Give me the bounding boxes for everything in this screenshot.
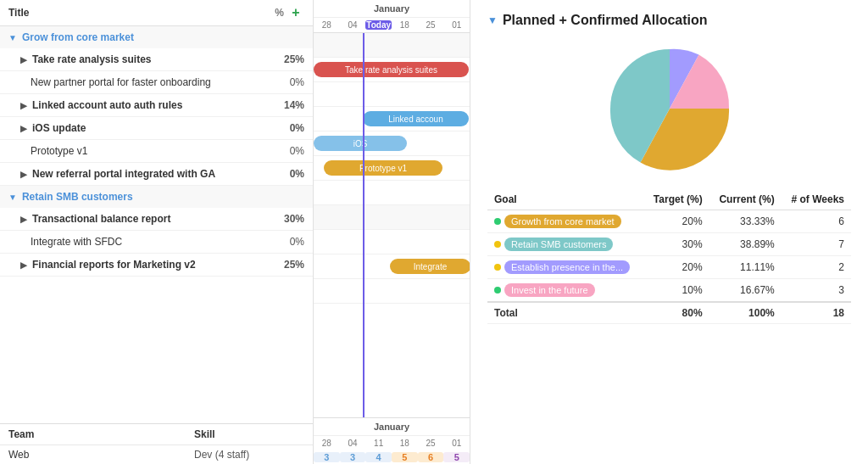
alloc-current: 11.11%: [709, 256, 782, 279]
task-name: Linked account auto auth rules: [32, 99, 270, 111]
goal-badge: Retain SMB customers: [504, 238, 613, 251]
alloc-total-row: Total 80% 100% 18: [487, 302, 851, 324]
collapse-icon[interactable]: ▼: [487, 14, 498, 26]
alloc-row: Invest in the future 10% 16.67% 3: [487, 279, 851, 303]
goal-badge: Invest in the future: [504, 283, 595, 297]
gantt-footer-nums: 3 3 4 5 6 5: [314, 450, 470, 464]
task-expand-arrow: ▶: [20, 260, 27, 270]
task-row[interactable]: ▶ New referral portal integrated with GA…: [0, 163, 313, 186]
task-name: iOS update: [32, 122, 270, 134]
alloc-row: Growth from core market 20% 33.33% 6: [487, 210, 851, 233]
goal-badge: Establish presence in the...: [504, 260, 630, 274]
right-panel: ▼ Planned + Confirmed Allocation Goal Ta…: [470, 0, 868, 464]
table-header: Title % +: [0, 0, 313, 26]
goal-dot: [494, 241, 501, 248]
task-row[interactable]: ▶ Transactional balance report 30%: [0, 208, 313, 231]
col-current: Current (%): [709, 189, 782, 210]
task-pct: 14%: [270, 99, 304, 111]
alloc-goal: Growth from core market: [487, 210, 643, 233]
goal-badge: Growth from core market: [504, 215, 621, 228]
task-row[interactable]: ▶ Financial reports for Marketing v2 25%: [0, 254, 313, 277]
pie-segment-teal2: [610, 49, 670, 109]
gantt-num: 3: [314, 452, 340, 462]
panel-title-text: Planned + Confirmed Allocation: [503, 13, 708, 28]
task-row[interactable]: New partner portal for faster onboarding…: [0, 71, 313, 94]
gantt-date: 28: [314, 20, 340, 30]
gantt-bar: Integrate: [390, 259, 470, 274]
group-grow-from-core[interactable]: ▼ Grow from core market: [0, 26, 313, 48]
task-row[interactable]: Integrate with SFDC 0%: [0, 231, 313, 254]
alloc-current: 38.89%: [709, 233, 782, 256]
gantt-bar: Linked accoun: [363, 111, 469, 126]
task-row[interactable]: ▶ iOS update 0%: [0, 117, 313, 140]
alloc-weeks: 6: [782, 210, 851, 233]
alloc-weeks: 2: [782, 256, 851, 279]
add-button[interactable]: +: [287, 5, 304, 20]
gantt-num: 6: [418, 452, 444, 462]
task-name: Prototype v1: [31, 145, 270, 157]
alloc-row: Establish presence in the... 20% 11.11% …: [487, 256, 851, 279]
task-row[interactable]: ▶ Take rate analysis suites 25%: [0, 48, 313, 71]
gantt-footer: January 28 04 11 18 25 01 3 3 4 5 6 5: [314, 417, 470, 464]
gantt-date: 04: [340, 20, 366, 30]
goal-dot: [494, 287, 501, 293]
gantt-num: 3: [340, 452, 366, 462]
left-panel: Title % + ▼ Grow from core market ▶ Take…: [0, 0, 314, 464]
task-name: Financial reports for Marketing v2: [32, 259, 270, 271]
gantt-empty-row: [314, 181, 470, 205]
gantt-empty-row: [314, 82, 470, 107]
task-list: ▼ Grow from core market ▶ Take rate anal…: [0, 26, 313, 423]
alloc-goal: Retain SMB customers: [487, 233, 643, 256]
gantt-num: 5: [443, 452, 470, 462]
skill-col-header: Skill: [194, 428, 304, 440]
task-name: Integrate with SFDC: [31, 236, 270, 248]
gantt-group-row: [314, 205, 470, 230]
gantt-footer-date: 18: [392, 439, 418, 448]
team-footer-header: Team Skill: [0, 424, 313, 445]
alloc-target: 20%: [643, 210, 709, 233]
total-label: Total: [487, 302, 643, 324]
task-expand-arrow: ▶: [20, 170, 27, 179]
task-expand-arrow: ▶: [20, 55, 27, 64]
gantt-bar-row: Linked accoun: [314, 107, 470, 131]
allocation-table: Goal Target (%) Current (%) # of Weeks G…: [487, 189, 851, 324]
pct-column-header: %: [250, 7, 284, 19]
gantt-date: 18: [392, 20, 418, 30]
alloc-current: 16.67%: [709, 279, 782, 303]
gantt-footer-date: 28: [314, 439, 340, 448]
task-name: Take rate analysis suites: [32, 53, 270, 65]
task-pct: 0%: [270, 76, 304, 88]
gantt-bar-row: Take rate analysis suites: [314, 58, 470, 82]
group-retain-smb[interactable]: ▼ Retain SMB customers: [0, 186, 313, 208]
task-expand-arrow: ▶: [20, 215, 27, 224]
gantt-footer-date: 11: [365, 439, 392, 448]
task-pct: 0%: [270, 145, 304, 157]
total-target: 80%: [643, 302, 709, 324]
gantt-panel: January 28 04 Today 18 25 01 Take rate a…: [314, 0, 470, 464]
task-pct: 25%: [270, 259, 304, 271]
gantt-num: 4: [365, 452, 392, 462]
group-name: Grow from core market: [22, 31, 134, 43]
gantt-date: 25: [418, 20, 444, 30]
group-collapse-arrow: ▼: [8, 33, 17, 42]
task-row[interactable]: Prototype v1 0%: [0, 140, 313, 163]
gantt-header: January 28 04 Today 18 25 01: [314, 0, 470, 33]
gantt-today: Today: [365, 20, 392, 30]
alloc-row: Retain SMB customers 30% 38.89% 7: [487, 233, 851, 256]
team-skill: Dev (4 staff): [194, 449, 304, 461]
alloc-goal: Invest in the future: [487, 279, 643, 303]
task-pct: 0%: [270, 168, 304, 180]
col-goal: Goal: [487, 189, 643, 210]
total-weeks: 18: [782, 302, 851, 324]
task-expand-arrow: ▶: [20, 101, 27, 110]
goal-dot: [494, 218, 501, 225]
alloc-weeks: 7: [782, 233, 851, 256]
gantt-footer-dates: 28 04 11 18 25 01: [314, 436, 470, 450]
gantt-dates: 28 04 Today 18 25 01: [314, 18, 470, 32]
task-name: Transactional balance report: [32, 213, 270, 225]
alloc-weeks: 3: [782, 279, 851, 303]
task-pct: 0%: [270, 236, 304, 248]
gantt-footer-date: 01: [443, 439, 470, 448]
task-row[interactable]: ▶ Linked account auto auth rules 14%: [0, 94, 313, 117]
panel-title: ▼ Planned + Confirmed Allocation: [487, 13, 851, 28]
